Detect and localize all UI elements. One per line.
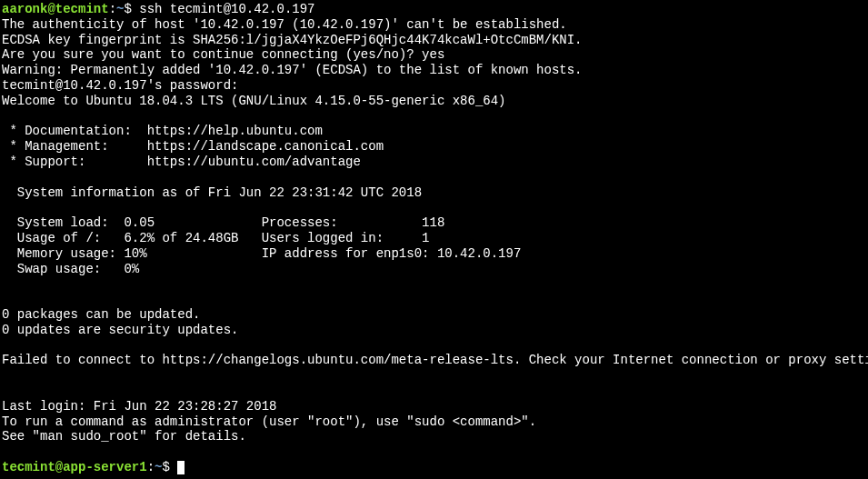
prompt-dollar: $ — [124, 2, 139, 16]
prompt-user-host: tecmint@app-server1 — [2, 460, 147, 474]
output-line: * Management: https://landscape.canonica… — [2, 139, 384, 154]
output-line: The authenticity of host '10.42.0.197 (1… — [2, 17, 567, 32]
prompt-dollar: $ — [162, 460, 177, 474]
command-text: ssh tecmint@10.42.0.197 — [139, 2, 314, 16]
output-line: See "man sudo_root" for details. — [2, 429, 246, 444]
output-line: 0 updates are security updates. — [2, 323, 238, 337]
terminal-output[interactable]: aaronk@tecmint:~$ ssh tecmint@10.42.0.19… — [2, 2, 866, 475]
output-line: Usage of /: 6.2% of 24.48GB Users logged… — [2, 231, 429, 245]
cursor[interactable] — [177, 461, 185, 474]
output-line: Last login: Fri Jun 22 23:28:27 2018 — [2, 399, 276, 414]
prompt-colon: : — [147, 460, 155, 474]
output-line: * Documentation: https://help.ubuntu.com — [2, 124, 323, 138]
output-line: To run a command as administrator (user … — [2, 414, 536, 429]
output-line: ECDSA key fingerprint is SHA256:l/jgjaX4… — [2, 33, 583, 47]
prompt-colon: : — [109, 2, 116, 16]
output-line: Are you sure you want to continue connec… — [2, 47, 444, 62]
output-line: Failed to connect to https://changelogs.… — [2, 353, 868, 367]
output-line: Warning: Permanently added '10.42.0.197'… — [2, 63, 583, 77]
output-line: tecmint@10.42.0.197's password: — [2, 78, 238, 93]
output-line: System load: 0.05 Processes: 118 — [2, 215, 444, 230]
prompt-user-host: aaronk@tecmint — [2, 2, 109, 16]
output-line: System information as of Fri Jun 22 23:3… — [2, 185, 422, 200]
output-line: Swap usage: 0% — [2, 262, 139, 276]
output-line: Memory usage: 10% IP address for enp1s0:… — [2, 246, 521, 261]
output-line: Welcome to Ubuntu 18.04.3 LTS (GNU/Linux… — [2, 94, 506, 108]
output-line: * Support: https://ubuntu.com/advantage — [2, 155, 361, 169]
output-line: 0 packages can be updated. — [2, 307, 200, 322]
